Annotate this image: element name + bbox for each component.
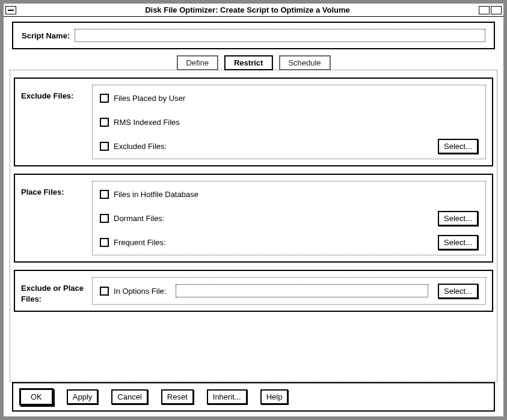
label-in-options-file: In Options File: [114,287,166,296]
cancel-button[interactable]: Cancel [111,389,147,404]
script-name-label: Script Name: [22,31,70,40]
checkbox-hotfile[interactable] [100,190,109,199]
select-frequent-button[interactable]: Select... [438,235,478,250]
script-name-input[interactable] [75,29,485,42]
inherit-button[interactable]: Inherit... [207,389,247,404]
options-file-body: In Options File: Select... [92,277,486,305]
window-title: Disk File Optimizer: Create Script to Op… [17,4,478,16]
place-files-title: Place Files: [21,181,92,255]
checkbox-excluded-files[interactable] [100,142,109,151]
label-hotfile: Files in Hotfile Database [114,190,198,199]
ok-button[interactable]: OK [19,388,54,406]
options-file-group: Exclude or Place Files: In Options File:… [14,270,493,312]
label-excluded-files: Excluded Files: [114,142,167,151]
client-area: Script Name: Define Restrict Schedule Ex… [4,17,503,416]
maximize-icon[interactable] [491,6,502,14]
options-file-title: Exclude or Place Files: [21,277,92,305]
checkbox-in-options-file[interactable] [100,287,109,296]
label-placed-by-user: Files Placed by User [114,94,185,103]
tab-schedule[interactable]: Schedule [278,55,330,70]
titlebar: Disk File Optimizer: Create Script to Op… [4,4,503,17]
checkbox-rms-indexed[interactable] [100,118,109,127]
label-frequent: Frequent Files: [114,238,166,247]
select-dormant-button[interactable]: Select... [438,211,478,226]
place-files-body: Files in Hotfile Database Dormant Files:… [92,181,486,255]
options-file-input[interactable] [176,284,428,297]
tab-content: Exclude Files: Files Placed by User RMS … [10,70,497,382]
checkbox-frequent[interactable] [100,238,109,247]
select-options-file-button[interactable]: Select... [438,284,478,299]
reset-button[interactable]: Reset [161,389,194,404]
exclude-files-body: Files Placed by User RMS Indexed Files E… [92,85,486,159]
dialog-window: Disk File Optimizer: Create Script to Op… [0,0,507,420]
label-rms-indexed: RMS Indexed Files [114,118,180,127]
apply-button[interactable]: Apply [67,389,99,404]
tab-strip: Define Restrict Schedule [12,55,495,71]
select-excluded-files-button[interactable]: Select... [438,139,478,154]
tab-restrict[interactable]: Restrict [224,55,272,70]
exclude-files-group: Exclude Files: Files Placed by User RMS … [14,78,493,166]
script-name-panel: Script Name: [12,22,495,49]
help-button[interactable]: Help [260,389,289,404]
exclude-files-title: Exclude Files: [21,85,92,159]
checkbox-dormant[interactable] [100,214,109,223]
system-menu-icon[interactable] [5,6,16,14]
minimize-icon[interactable] [479,6,490,14]
label-dormant: Dormant Files: [114,214,165,223]
place-files-group: Place Files: Files in Hotfile Database D… [14,174,493,263]
checkbox-placed-by-user[interactable] [100,94,109,103]
tab-define[interactable]: Define [176,55,218,70]
button-bar: OK Apply Cancel Reset Inherit... Help [12,382,495,412]
